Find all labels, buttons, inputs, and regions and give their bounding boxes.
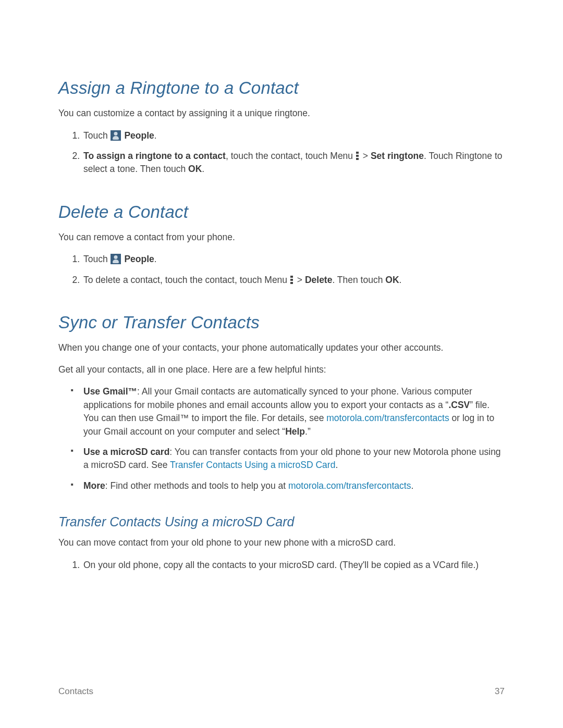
sync-p1: When you change one of your contacts, yo… bbox=[58, 342, 505, 354]
menu-icon bbox=[290, 276, 293, 284]
footer-page-number: 37 bbox=[495, 686, 505, 697]
heading-delete-contact: Delete a Contact bbox=[58, 202, 505, 222]
text-help: Help bbox=[285, 426, 305, 437]
text-tail: . bbox=[411, 480, 413, 491]
ringtone-intro: You can customize a contact by assigning… bbox=[58, 107, 505, 120]
heading-assign-ringtone: Assign a Ringtone to a Contact bbox=[58, 78, 505, 98]
text-gt: > bbox=[295, 275, 305, 285]
text-period: . bbox=[399, 275, 402, 285]
text-use-gmail: Use Gmail™ bbox=[83, 386, 137, 397]
list-item: Touch People. bbox=[82, 253, 505, 266]
heading-sync-transfer: Sync or Transfer Contacts bbox=[58, 313, 505, 332]
text-touch: Touch bbox=[83, 130, 111, 141]
text-bold-lead: To assign a ringtone to a contact bbox=[83, 151, 226, 161]
delete-intro: You can remove a contact from your phone… bbox=[58, 231, 505, 244]
text-people: People bbox=[124, 130, 154, 141]
text-segment: : All your Gmail contacts are automatica… bbox=[83, 386, 472, 410]
people-icon bbox=[111, 254, 121, 264]
sync-p2: Get all your contacts, all in one place.… bbox=[58, 364, 505, 376]
text-period: . bbox=[154, 130, 157, 141]
list-item: To delete a contact, touch the contact, … bbox=[82, 274, 505, 287]
link-transfer-microsd[interactable]: Transfer Contacts Using a microSD Card bbox=[170, 460, 335, 470]
text-tail: . bbox=[335, 460, 338, 470]
ringtone-steps: Touch People. To assign a ringtone to a … bbox=[58, 129, 505, 176]
footer-section-name: Contacts bbox=[58, 686, 93, 697]
text-segment: : Find other methods and tools to help y… bbox=[105, 480, 288, 491]
text-segment: To delete a contact, touch the contact, … bbox=[83, 275, 290, 285]
link-transfercontacts[interactable]: motorola.com/transfercontacts bbox=[326, 413, 449, 423]
list-item: To assign a ringtone to a contact, touch… bbox=[82, 150, 505, 176]
text-tail: .” bbox=[305, 426, 311, 437]
text-ok: OK bbox=[188, 164, 202, 174]
list-item: More: Find other methods and tools to he… bbox=[82, 479, 505, 492]
people-icon bbox=[111, 130, 121, 141]
text-people: People bbox=[124, 254, 154, 264]
text-ok: OK bbox=[385, 275, 399, 285]
text-gt: > bbox=[360, 151, 371, 161]
transfer-steps: On your old phone, copy all the contacts… bbox=[58, 559, 505, 572]
text-delete: Delete bbox=[305, 275, 333, 285]
text-use-microsd: Use a microSD card bbox=[83, 447, 169, 457]
list-item: Use Gmail™: All your Gmail contacts are … bbox=[82, 385, 505, 438]
link-transfercontacts[interactable]: motorola.com/transfercontacts bbox=[288, 480, 411, 491]
text-more: More bbox=[83, 480, 105, 491]
menu-icon bbox=[356, 152, 359, 160]
text-csv: .CSV bbox=[448, 400, 470, 410]
text-period: . bbox=[154, 254, 157, 264]
page-footer: Contacts 37 bbox=[58, 686, 505, 697]
text-segment: . Then touch bbox=[332, 275, 385, 285]
list-item: On your old phone, copy all the contacts… bbox=[82, 559, 505, 572]
text-touch: Touch bbox=[83, 254, 111, 264]
sync-bullets: Use Gmail™: All your Gmail contacts are … bbox=[58, 385, 505, 492]
text-set-ringtone: Set ringtone bbox=[371, 151, 424, 161]
transfer-intro: You can move contact from your old phone… bbox=[58, 537, 505, 549]
text-period: . bbox=[202, 164, 204, 174]
delete-steps: Touch People. To delete a contact, touch… bbox=[58, 253, 505, 287]
text-segment: , touch the contact, touch Menu bbox=[226, 151, 356, 161]
list-item: Use a microSD card: You can transfer con… bbox=[82, 446, 505, 472]
heading-transfer-microsd: Transfer Contacts Using a microSD Card bbox=[58, 514, 505, 529]
list-item: Touch People. bbox=[82, 129, 505, 142]
